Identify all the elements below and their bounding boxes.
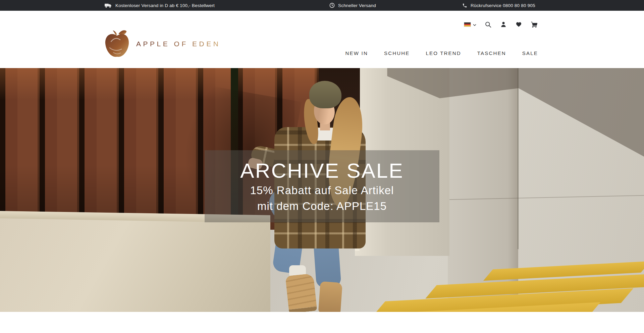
model-boot-back [318,281,342,312]
header-action-icons [464,21,538,28]
brand-wordmark: APPLE OF EDEN [136,40,220,48]
nav-item-new-in[interactable]: NEW IN [345,50,368,56]
hero-promo-code-line: mit dem Code: APPLE15 [257,199,387,213]
wishlist-heart-icon[interactable] [515,21,522,28]
account-icon[interactable] [500,21,507,28]
site-header: APPLE OF EDEN [0,11,644,68]
model-beanie [309,81,341,108]
nav-item-leo-trend[interactable]: LEO TREND [426,50,461,56]
phone-icon [462,3,467,8]
chevron-down-icon [473,21,476,27]
hero-wall-corner-line [518,68,519,249]
announcement-callback: Rückrufservice 0800 80 80 905 [462,0,535,11]
clock-icon [329,3,335,8]
search-icon[interactable] [485,21,492,28]
german-flag-icon [464,22,471,27]
hero-concrete-bench [0,218,270,312]
hero-subtitle: 15% Rabatt auf Sale Artikel [250,183,394,197]
nav-item-schuhe[interactable]: SCHUHE [384,50,410,56]
model-boot-front [285,273,317,312]
announcement-fast-shipping: Schneller Versand [329,0,376,11]
page-bottom-strip [0,312,644,333]
cart-icon[interactable] [531,21,538,28]
hero-banner: ARCHIVE SALE 15% Rabatt auf Sale Artikel… [0,68,644,312]
announcement-shipping-text: Kostenloser Versand in D ab € 100,- Best… [115,3,215,8]
truck-icon [105,3,112,8]
nav-item-taschen[interactable]: TASCHEN [477,50,506,56]
announcement-shipping: Kostenloser Versand in D ab € 100,- Best… [105,0,215,11]
main-navigation: NEW IN SCHUHE LEO TREND TASCHEN SALE [345,50,538,56]
announcement-bar: Kostenloser Versand in D ab € 100,- Best… [0,0,644,11]
language-selector[interactable] [464,21,476,27]
hero-text-overlay: ARCHIVE SALE 15% Rabatt auf Sale Artikel… [205,150,439,222]
announcement-callback-text: Rückrufservice 0800 80 80 905 [471,3,535,8]
brand-logo-link[interactable]: APPLE OF EDEN [103,27,220,60]
hero-title: ARCHIVE SALE [240,160,404,181]
announcement-fast-shipping-text: Schneller Versand [338,3,376,8]
apple-of-eden-logo-icon [103,27,131,60]
nav-item-sale[interactable]: SALE [522,50,538,56]
